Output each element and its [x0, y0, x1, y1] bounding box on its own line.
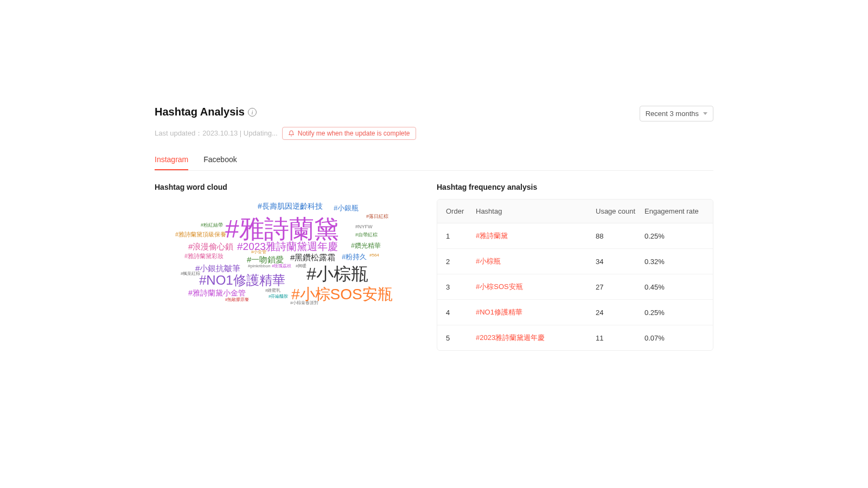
wordcloud-tag[interactable]: #一吻鎖愛 [247, 255, 284, 264]
notify-button[interactable]: Notify me when the update is complete [282, 127, 416, 140]
frequency-section: Hashtag frequency analysis Order Hashtag… [437, 183, 713, 351]
wordcloud-tag[interactable]: #自帶紅棕 [355, 233, 378, 237]
wordcloud-tag[interactable]: #玫瑰荔枝 [272, 264, 291, 268]
wordcloud-tag[interactable]: #雅詩蘭黛彩妝 [184, 253, 224, 259]
date-range-select[interactable]: Recent 3 months [640, 106, 713, 121]
wordcloud-tag[interactable]: #黑鑽松露霜 [290, 253, 335, 261]
wordcloud-tag[interactable]: #小銀瓶 [334, 204, 359, 211]
wordcloud-tag[interactable]: #NYFW [355, 224, 373, 229]
wordcloud-tag[interactable]: #小棕SOS安瓶 [291, 287, 393, 302]
wordcloud-tag[interactable]: #小金管 [251, 250, 266, 254]
wordcloud-tag[interactable]: #無敵膠原餐 [225, 298, 249, 302]
page-title: Hashtag Analysis [155, 106, 245, 118]
notify-button-label: Notify me when the update is complete [298, 130, 410, 137]
wordcloud-tag[interactable]: #芬綸醯胺 [269, 294, 288, 299]
cell-hashtag[interactable]: #雅詩蘭黛 [476, 231, 596, 241]
cell-hashtag[interactable]: #NO1修護精華 [476, 307, 596, 317]
wordcloud-tag[interactable]: #粉持久 [342, 253, 367, 260]
cell-usage: 27 [596, 283, 644, 291]
frequency-table: Order Hashtag Usage count Engagement rat… [437, 199, 713, 351]
wordcloud-tag[interactable]: #小棕瓶 [307, 265, 368, 282]
wordcloud-section: Hashtag word cloud #雅詩蘭黛#長壽肌因逆齡科技#小銀瓶#落日… [155, 183, 420, 351]
cell-engagement: 0.45% [644, 283, 704, 291]
subheader-row: Last updated：2023.10.13 | Updating... No… [155, 127, 713, 140]
page-container: Hashtag Analysis i Recent 3 months Last … [155, 0, 713, 351]
col-header-hashtag: Hashtag [476, 207, 596, 215]
table-row: 2#小棕瓶340.32% [437, 249, 713, 274]
wordcloud-tag[interactable]: #浪漫偷心鎖 [188, 242, 233, 251]
wordcloud-tag[interactable]: #長壽肌因逆齡科技 [258, 202, 323, 210]
chevron-down-icon [703, 112, 707, 115]
cell-engagement: 0.25% [644, 232, 704, 240]
col-header-order: Order [446, 207, 476, 215]
info-icon[interactable]: i [248, 108, 257, 117]
wordcloud-tag[interactable]: #NO1修護精華 [199, 274, 285, 287]
cell-hashtag[interactable]: #小棕瓶 [476, 256, 596, 266]
wordcloud-tag[interactable]: #落日紅棕 [366, 214, 388, 219]
cell-engagement: 0.25% [644, 309, 704, 317]
cell-usage: 34 [596, 258, 644, 266]
wordcloud-tag[interactable]: #粉紅絲帶 [201, 223, 223, 228]
wordcloud-canvas: #雅詩蘭黛#長壽肌因逆齡科技#小銀瓶#落日紅棕#粉紅絲帶#NYFW#雅詩蘭黛頂級… [155, 199, 420, 313]
content-row: Hashtag word cloud #雅詩蘭黛#長壽肌因逆齡科技#小銀瓶#落日… [155, 183, 713, 351]
wordcloud-tag[interactable]: #興暖 [296, 264, 307, 268]
wordcloud-tag[interactable]: #小銀抗皺筆 [195, 264, 240, 272]
date-range-label: Recent 3 months [646, 110, 699, 118]
cell-usage: 24 [596, 309, 644, 317]
table-row: 1#雅詩蘭黛880.25% [437, 223, 713, 249]
wordcloud-tag[interactable]: #564 [369, 253, 379, 258]
frequency-table-body: 1#雅詩蘭黛880.25%2#小棕瓶340.32%3#小棕SOS安瓶270.45… [437, 223, 713, 350]
wordcloud-tag[interactable]: #雅詩蘭黛 [225, 216, 339, 241]
wordcloud-tag[interactable]: #雅詩蘭黛頂級保養 [175, 232, 226, 237]
cell-order: 5 [446, 334, 476, 342]
wordcloud-tag[interactable]: #小棕青春派對 [290, 301, 318, 305]
frequency-table-header: Order Hashtag Usage count Engagement rat… [437, 200, 713, 223]
tab-instagram[interactable]: Instagram [155, 155, 188, 170]
bell-icon [288, 130, 295, 137]
cell-order: 4 [446, 309, 476, 317]
col-header-usage: Usage count [596, 207, 644, 215]
cell-engagement: 0.32% [644, 258, 704, 266]
cell-engagement: 0.07% [644, 334, 704, 342]
cell-order: 1 [446, 232, 476, 240]
cell-order: 3 [446, 283, 476, 291]
cell-order: 2 [446, 258, 476, 266]
wordcloud-tag[interactable]: #鑽光精華 [351, 242, 381, 249]
table-row: 5#2023雅詩蘭黛週年慶110.07% [437, 325, 713, 350]
cell-usage: 88 [596, 232, 644, 240]
col-header-engagement: Engagement rate [644, 207, 704, 215]
cell-hashtag[interactable]: #2023雅詩蘭黛週年慶 [476, 333, 596, 343]
cell-hashtag[interactable]: #小棕SOS安瓶 [476, 282, 596, 292]
tab-facebook[interactable]: Facebook [203, 155, 237, 170]
tabs: Instagram Facebook [155, 155, 713, 171]
wordcloud-tag[interactable]: #pinkribbon [248, 264, 270, 268]
header-row: Hashtag Analysis i Recent 3 months [155, 106, 713, 121]
wordcloud-tag[interactable]: #雅詩蘭黛小金管 [188, 289, 246, 297]
wordcloud-title: Hashtag word cloud [155, 183, 420, 191]
wordcloud-tag[interactable]: #楓葉紅棕 [181, 272, 200, 276]
title-wrap: Hashtag Analysis i [155, 106, 257, 118]
frequency-title: Hashtag frequency analysis [437, 183, 713, 191]
cell-usage: 11 [596, 334, 644, 342]
wordcloud-tag[interactable]: #維蜜乳 [265, 288, 280, 293]
last-updated-text: Last updated：2023.10.13 | Updating... [155, 129, 278, 138]
table-row: 3#小棕SOS安瓶270.45% [437, 274, 713, 300]
table-row: 4#NO1修護精華240.25% [437, 300, 713, 325]
